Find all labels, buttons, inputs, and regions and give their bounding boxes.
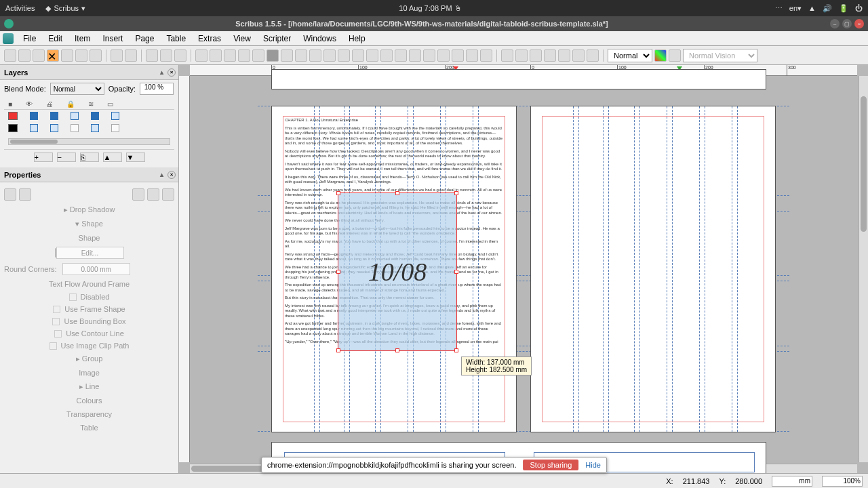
layer-lock-checkbox[interactable]: [71, 124, 79, 132]
layer-print-checkbox[interactable]: [50, 112, 58, 120]
pdf-textfield[interactable]: [530, 49, 542, 62]
unit-select[interactable]: [772, 476, 812, 487]
tool-close[interactable]: ✕: [47, 49, 59, 62]
tool-open[interactable]: [18, 49, 31, 62]
tool-edit-contents[interactable]: [395, 49, 407, 62]
disabled-radio[interactable]: [69, 293, 77, 301]
menu-file[interactable]: File: [18, 33, 41, 45]
clock[interactable]: 10 Aug 7:08 PM 🖱: [85, 4, 775, 12]
use-bbox-radio[interactable]: [52, 318, 60, 325]
vertical-ruler[interactable]: [179, 76, 190, 462]
tool-line[interactable]: [309, 49, 321, 62]
tool-zoom[interactable]: [380, 49, 393, 62]
layers-shade-icon[interactable]: ▴: [160, 68, 163, 76]
tool-preflight[interactable]: [75, 49, 87, 62]
tool-table[interactable]: [252, 49, 264, 62]
layer-row-2[interactable]: [4, 122, 174, 134]
pdf-checkbox[interactable]: [515, 49, 528, 62]
opacity-spinner[interactable]: 100 %: [140, 83, 174, 95]
menu-edit[interactable]: Edit: [43, 33, 68, 45]
toggle-cms-icon[interactable]: [654, 49, 667, 62]
pdf-combobox[interactable]: [544, 49, 556, 62]
pdf-listbox[interactable]: [558, 49, 570, 62]
properties-shade-icon[interactable]: ▴: [160, 171, 163, 178]
layer-color-swatch[interactable]: [8, 112, 18, 120]
layer-up-button[interactable]: ▲: [103, 152, 122, 162]
preview-toggle[interactable]: [669, 49, 681, 62]
prop-table[interactable]: Table: [4, 421, 174, 434]
layers-panel-header[interactable]: Layers ▴ ×: [0, 65, 178, 80]
prop-image[interactable]: Image: [4, 366, 174, 380]
use-clip-radio[interactable]: [50, 342, 57, 350]
tool-link-frames[interactable]: [423, 49, 435, 62]
tool-new[interactable]: [4, 49, 16, 62]
layer-visible-checkbox[interactable]: [30, 112, 38, 120]
tool-rotate[interactable]: [366, 49, 378, 62]
menu-table[interactable]: Table: [161, 33, 191, 45]
zoom-input[interactable]: [822, 476, 863, 487]
menu-page[interactable]: Page: [130, 33, 159, 45]
tool-cut[interactable]: [146, 49, 158, 62]
maximize-button[interactable]: ▢: [842, 19, 852, 28]
tool-select[interactable]: [195, 49, 208, 62]
tool-bezier[interactable]: [323, 49, 336, 62]
prop-colours[interactable]: Colours: [4, 394, 174, 407]
tool-undo[interactable]: [111, 49, 123, 62]
selection-frame[interactable]: 10/08: [338, 192, 457, 351]
tool-pdf[interactable]: [90, 49, 102, 62]
tool-paste[interactable]: [174, 49, 186, 62]
pdf-button[interactable]: [501, 49, 513, 62]
shape-edit-button[interactable]: Edit...: [56, 247, 124, 259]
prop-line[interactable]: ▸ Line: [4, 380, 174, 394]
tool-freehand[interactable]: [338, 49, 350, 62]
menu-insert[interactable]: Insert: [97, 33, 128, 45]
prop-transparency[interactable]: Transparency: [4, 407, 174, 421]
network-icon[interactable]: ▲: [808, 4, 816, 12]
layer-row-1[interactable]: [4, 110, 174, 122]
layer-flow-checkbox[interactable]: [91, 112, 99, 120]
app-menu[interactable]: ◆ Scribus ▾: [45, 4, 85, 13]
tool-render-frame[interactable]: [238, 49, 250, 62]
tool-calligraphy[interactable]: [352, 49, 364, 62]
prop-drop-shadow[interactable]: ▸ Drop Shadow: [4, 203, 174, 217]
vision-mode-select[interactable]: Normal Vision: [683, 49, 757, 62]
tool-image-frame[interactable]: [224, 49, 236, 62]
prop-group[interactable]: ▸ Group: [4, 352, 174, 366]
minimize-button[interactable]: –: [830, 19, 840, 28]
layers-close-icon[interactable]: ×: [167, 68, 176, 77]
menu-item[interactable]: Item: [69, 33, 96, 45]
tool-arc[interactable]: [281, 49, 293, 62]
stop-sharing-button[interactable]: Stop sharing: [524, 460, 579, 470]
tool-shape[interactable]: [267, 49, 279, 62]
tray-icon[interactable]: ⋯: [775, 4, 783, 13]
activities-button[interactable]: Activities: [5, 4, 35, 13]
layer-dup-button[interactable]: ⎘: [80, 152, 99, 162]
layer-print-checkbox[interactable]: [50, 124, 58, 132]
menu-scripter[interactable]: Scripter: [258, 33, 296, 45]
document-canvas[interactable]: CHAPTER 1. A Not Unnatural Enterprise Th…: [190, 76, 857, 462]
tool-copy-props[interactable]: [466, 49, 478, 62]
layer-remove-button[interactable]: −: [57, 152, 76, 162]
pdf-annotation[interactable]: [572, 49, 585, 62]
tool-print[interactable]: [61, 49, 73, 62]
page-right[interactable]: [530, 106, 776, 432]
close-button[interactable]: ×: [854, 19, 864, 28]
properties-close-icon[interactable]: ×: [167, 171, 176, 179]
menu-view[interactable]: View: [228, 33, 256, 45]
round-corners-input[interactable]: [62, 263, 130, 275]
preview-mode-select[interactable]: Normal: [608, 49, 652, 62]
layer-visible-checkbox[interactable]: [30, 124, 38, 132]
tool-copy[interactable]: [160, 49, 172, 62]
layers-scrollbar[interactable]: [8, 138, 170, 145]
layer-color-swatch[interactable]: [8, 124, 18, 132]
tool-eyedropper[interactable]: [480, 49, 492, 62]
layer-down-button[interactable]: ▼: [126, 152, 145, 162]
power-icon[interactable]: ⏻: [855, 4, 863, 12]
tool-text-frame[interactable]: [210, 49, 222, 62]
layer-add-button[interactable]: +: [34, 152, 53, 162]
blend-mode-select[interactable]: Normal: [50, 83, 104, 95]
tool-story-editor[interactable]: [409, 49, 421, 62]
tool-measure[interactable]: [452, 49, 464, 62]
battery-icon[interactable]: 🔋: [839, 4, 848, 13]
menu-extras[interactable]: Extras: [193, 33, 226, 45]
